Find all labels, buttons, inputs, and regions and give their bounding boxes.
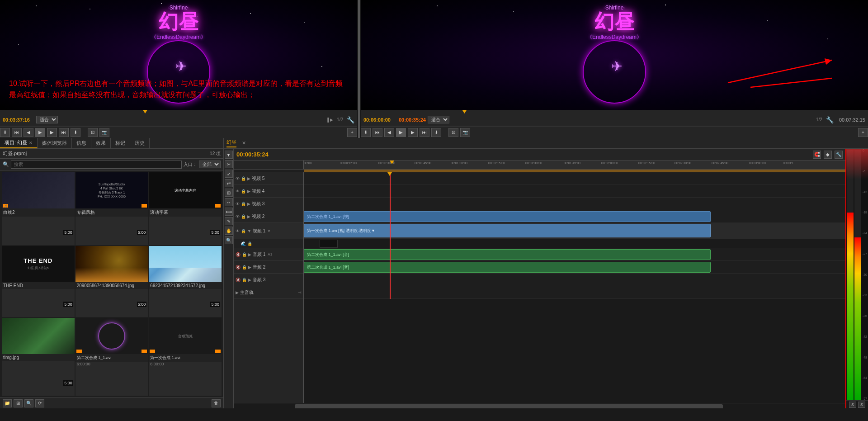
mute-icon-a2[interactable]: 🔇 xyxy=(236,265,241,270)
list-item[interactable]: 滚动字幕内容 5:00 滚动字幕 xyxy=(149,172,222,245)
btn-next-edit-right[interactable]: ⏭ xyxy=(420,128,429,137)
lock-icon-v5[interactable]: 🔒 xyxy=(241,176,246,181)
btn-delete[interactable]: 🗑 xyxy=(212,399,221,407)
eye-icon-v4[interactable]: 👁 xyxy=(236,189,240,194)
tool-slide[interactable]: ⟺ xyxy=(225,208,233,216)
lock-icon-v3[interactable]: 🔒 xyxy=(241,202,246,206)
timeline-ruler[interactable]: 00:00 00:00:15:00 00:00:30:00 00:00:45:0… xyxy=(304,161,845,169)
clip-a1[interactable]: 第二次合成 1_1.avi [音] xyxy=(304,249,711,260)
btn-marker[interactable]: ◆ xyxy=(824,151,832,159)
mute-icon-a1[interactable]: 🔇 xyxy=(236,252,241,257)
btn-safe-left[interactable]: ⊡ xyxy=(88,128,98,137)
expand-v2[interactable]: ▶ xyxy=(247,214,250,219)
lock-sub-v1[interactable]: 🔒 xyxy=(247,241,252,246)
expand-v3[interactable]: ▶ xyxy=(247,202,250,206)
tab-media-browser[interactable]: 媒体浏览器 xyxy=(38,138,72,148)
btn-mark-in-left[interactable]: ⬇ xyxy=(0,128,10,137)
lock-icon-v2[interactable]: 🔒 xyxy=(241,214,246,219)
btn-camera-right[interactable]: 📷 xyxy=(460,128,470,137)
timeline-main: 00:00:35:24 🧲 ◆ 🔧 00:00 00:00:15:00 00:0 xyxy=(234,149,845,408)
clip-v1[interactable]: 第一次合成 1.avi [视] 透明度:透明度▼ xyxy=(304,224,711,237)
btn-wrench[interactable]: 🔧 xyxy=(835,151,843,159)
btn-mark-out-right[interactable]: ⬇ xyxy=(431,128,441,137)
tool-slip[interactable]: ↔ xyxy=(225,198,233,206)
tool-track[interactable]: ⊞ xyxy=(225,189,233,197)
eye-icon-v3[interactable]: 👁 xyxy=(236,202,240,206)
tool-zoom[interactable]: ⤢ xyxy=(225,170,233,178)
tool-hand[interactable]: ✋ xyxy=(225,227,233,235)
entry-dropdown[interactable]: 全部 xyxy=(199,161,221,168)
lock-icon-a1[interactable]: 🔒 xyxy=(242,252,247,257)
preview-divider[interactable] xyxy=(358,0,360,138)
btn-prev-edit-left[interactable]: ⏮ xyxy=(12,128,22,137)
btn-mark-in-right[interactable]: ⬇ xyxy=(361,128,371,137)
btn-camera-left[interactable]: 📷 xyxy=(99,128,109,137)
list-item[interactable]: 第二次合成 1_1.avi 6:00:00 xyxy=(75,318,148,396)
btn-new-item[interactable]: ⊞ xyxy=(14,399,23,407)
list-item[interactable]: 5:00 timg.jpg xyxy=(2,318,75,396)
tab-project[interactable]: 项目: 幻昼 ✕ xyxy=(0,138,38,148)
list-item[interactable]: 🎵 5:00 白线2 xyxy=(2,172,75,245)
clip-v2[interactable]: 第二次合成 1_1.avi [视] xyxy=(304,211,711,222)
fit-dropdown-right[interactable]: 适合 xyxy=(428,116,449,123)
btn-step-fwd-right[interactable]: ▶ xyxy=(408,128,418,137)
scroll-thumb[interactable] xyxy=(295,404,723,408)
btn-autom[interactable]: ⟳ xyxy=(35,399,44,407)
clip-a2[interactable]: 第二次合成 1_1.avi [音] xyxy=(304,262,711,273)
mute-icon-a3[interactable]: 🔇 xyxy=(236,278,241,282)
tool-selection[interactable]: ▼ xyxy=(225,151,233,159)
timeline-tab[interactable]: 幻昼 xyxy=(226,139,236,147)
tab-history[interactable]: 历史 xyxy=(130,138,150,148)
list-item[interactable]: THE END 幻昼,贝,5月初5 5:00 THE END xyxy=(2,246,75,317)
timeline-scrollbar[interactable] xyxy=(234,403,845,408)
btn-next-edit-left[interactable]: ⏭ xyxy=(59,128,69,137)
list-item[interactable]: Sun/Inpellie/Studio4 Full Shot/2 8K专辑封面 … xyxy=(75,172,148,245)
lock-icon-a2[interactable]: 🔒 xyxy=(242,265,247,270)
tab-markers[interactable]: 标记 xyxy=(111,138,130,148)
btn-safe-right[interactable]: ⊡ xyxy=(448,128,458,137)
btn-play-right[interactable]: ▶ xyxy=(396,128,406,137)
eye-icon-v1[interactable]: 👁 xyxy=(236,229,240,233)
eye-icon-v5[interactable]: 👁 xyxy=(236,176,240,181)
tool-magnify[interactable]: 🔍 xyxy=(225,236,233,244)
timeline-tab-close[interactable]: ✕ xyxy=(242,140,246,146)
lock-icon-a3[interactable]: 🔒 xyxy=(242,278,247,282)
btn-new-bin[interactable]: 📁 xyxy=(3,399,12,407)
btn-step-fwd-left[interactable]: ▶ xyxy=(47,128,57,137)
btn-plus-left[interactable]: + xyxy=(347,128,357,137)
btn-mark-out-left[interactable]: ⬇ xyxy=(71,128,80,137)
expand-v4[interactable]: ▶ xyxy=(247,189,250,194)
tool-razor[interactable]: ✂ xyxy=(225,160,233,168)
list-item[interactable]: 合成预览 第一次合成 1.avi 6:00:00 xyxy=(149,318,222,396)
list-item[interactable]: 5:00 20900586741390058674.jpg xyxy=(75,246,148,317)
vu-s-button-left[interactable]: S xyxy=(849,402,856,408)
fit-dropdown-left[interactable]: 适合 xyxy=(36,116,58,123)
wrench-icon-left[interactable]: 🔧 xyxy=(347,116,354,123)
scale-label-left: 1/2 xyxy=(337,117,343,122)
tool-pen[interactable]: ✎ xyxy=(225,217,233,225)
btn-step-back-right[interactable]: ◀ xyxy=(384,128,394,137)
expand-a2[interactable]: ▶ xyxy=(248,265,251,270)
lock-icon-v1[interactable]: 🔒 xyxy=(241,229,246,233)
btn-find[interactable]: 🔍 xyxy=(24,399,33,407)
wrench-icon-right[interactable]: 🔧 xyxy=(826,116,834,123)
list-item[interactable]: 5:00 6923415721392341572.jpg xyxy=(149,246,222,317)
btn-plus-right[interactable]: + xyxy=(858,128,868,137)
expand-a1[interactable]: ▶ xyxy=(248,252,251,257)
tab-info[interactable]: 信息 xyxy=(72,138,91,148)
tab-effects[interactable]: 效果 xyxy=(91,138,111,148)
btn-snap[interactable]: 🧲 xyxy=(813,151,821,159)
btn-step-back-left[interactable]: ◀ xyxy=(24,128,33,137)
expand-master[interactable]: ▶ xyxy=(236,290,239,295)
eye-icon-v2[interactable]: 👁 xyxy=(236,214,240,219)
collapse-v1[interactable]: ▼ xyxy=(247,229,251,233)
lock-icon-v4[interactable]: 🔒 xyxy=(241,189,246,194)
btn-play-left[interactable]: ▶ xyxy=(35,128,45,137)
tool-ripple[interactable]: ⇄ xyxy=(225,179,233,187)
expand-a3[interactable]: ▶ xyxy=(248,278,251,282)
expand-v5[interactable]: ▶ xyxy=(247,176,250,181)
btn-prev-edit-right[interactable]: ⏮ xyxy=(373,128,382,137)
vu-s-button-right[interactable]: S xyxy=(858,402,865,408)
search-input[interactable] xyxy=(11,161,182,169)
clips-area[interactable]: 第二次合成 1_1.avi [视] 第一次合成 1.avi [视] 透明度:透明… xyxy=(304,172,845,403)
